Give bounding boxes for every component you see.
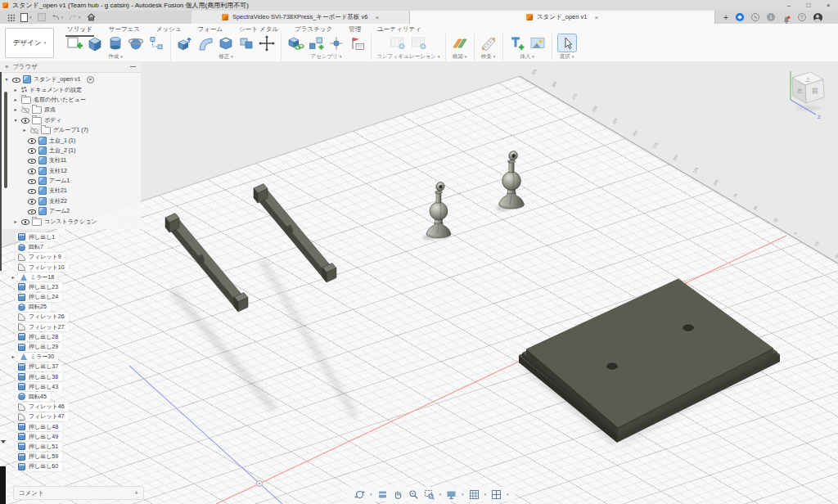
eye-icon[interactable] (28, 197, 36, 205)
comments-bar[interactable]: コメント + (13, 486, 144, 500)
user-avatar[interactable] (813, 13, 822, 22)
feature-row[interactable]: 押し出し49 (0, 432, 141, 442)
tree-item-body[interactable]: 土台_1 (1) (0, 135, 141, 145)
tree-item-body[interactable]: アーム2 (0, 206, 141, 216)
extension-icon[interactable] (736, 13, 744, 21)
minimize-panel-icon[interactable] (130, 66, 136, 68)
eye-icon[interactable] (21, 116, 29, 124)
feature-row[interactable]: 押し出し48 (0, 421, 141, 431)
feature-row[interactable]: フィレット9 (0, 252, 141, 262)
measure-icon[interactable] (480, 34, 498, 52)
notification-count-badge[interactable]: 1 (767, 13, 775, 21)
pan-icon[interactable] (393, 489, 403, 500)
job-status-icon[interactable] (751, 13, 759, 21)
feature-row[interactable]: 回転25 (0, 302, 141, 312)
chevron-down-icon[interactable]: ▾ (439, 493, 442, 497)
undo-button[interactable]: ▾ (52, 14, 64, 21)
insert-image-icon[interactable] (529, 34, 547, 52)
feature-row[interactable]: 押し出し29 (0, 342, 141, 352)
eye-off-icon[interactable] (30, 127, 38, 134)
view-cube[interactable]: Z 上 前 左 (791, 71, 824, 119)
create-sketch-icon[interactable] (65, 34, 83, 52)
combine-icon[interactable] (237, 34, 255, 52)
workspace-selector[interactable]: デザイン ▾ (5, 28, 54, 58)
eye-icon[interactable] (12, 76, 20, 83)
chevron-down-icon[interactable]: ▾ (462, 493, 464, 497)
file-menu-button[interactable]: ▾ (20, 13, 32, 22)
new-tab-button[interactable]: + (723, 13, 728, 22)
close-tab-icon[interactable]: × (594, 14, 598, 21)
body-post-1[interactable] (426, 181, 451, 238)
eye-icon[interactable] (28, 208, 36, 215)
eye-icon[interactable] (28, 146, 36, 154)
minimize-button[interactable]: – (779, 2, 799, 9)
tree-item-body[interactable]: 土台_2 (1) (0, 146, 141, 155)
zoom-icon[interactable] (408, 489, 419, 500)
feature-row[interactable]: 押し出し43 (0, 382, 141, 392)
feature-row[interactable]: 押し出し59 (0, 452, 141, 461)
feature-row[interactable]: 押し出し51 (0, 442, 141, 452)
feature-row[interactable]: ▸ミラー30 (0, 352, 141, 362)
look-at-icon[interactable] (377, 489, 388, 500)
configuration-insert-icon[interactable] (409, 34, 427, 52)
tree-item-construction[interactable]: ▸ コンストラクション (0, 216, 141, 226)
chevron-right-icon[interactable]: ▸ (10, 275, 16, 280)
eye-icon[interactable] (28, 167, 36, 174)
feature-row[interactable]: フィレット47 (0, 412, 141, 421)
extrude-icon[interactable] (86, 34, 104, 52)
home-icon[interactable] (87, 13, 96, 21)
eye-icon[interactable] (28, 157, 36, 164)
save-button[interactable] (38, 13, 46, 21)
chevron-right-icon[interactable]: ▸ (21, 128, 28, 133)
tree-item-group1[interactable]: ▸ グループ1 (7) (0, 125, 141, 135)
press-pull-icon[interactable] (176, 34, 194, 52)
insert-text-icon[interactable] (508, 34, 526, 52)
group-label-select[interactable]: 選択▾ (560, 53, 574, 61)
maximize-button[interactable]: □ (799, 2, 818, 9)
activate-component-icon[interactable] (87, 76, 94, 83)
orbit-icon[interactable] (354, 489, 365, 500)
tree-item-origin[interactable]: ▸ 原点 (0, 105, 141, 115)
feature-row[interactable]: 押し出し23 (0, 282, 141, 292)
joint-icon[interactable] (307, 34, 325, 52)
eye-icon[interactable] (28, 178, 36, 185)
collapse-icon[interactable]: « (5, 63, 8, 70)
tree-item-named-views[interactable]: ▸ 名前の付いたビュー (0, 95, 141, 105)
tree-item-body[interactable]: 支柱11 (0, 155, 141, 165)
document-tab-active[interactable]: スタンド_open v1 × (410, 11, 715, 24)
select-icon[interactable] (557, 34, 577, 52)
new-component-icon[interactable] (286, 34, 304, 52)
feature-row[interactable]: フィレット27 (0, 322, 141, 332)
tree-item-body[interactable]: 支柱21 (0, 186, 141, 196)
tree-item-bodies[interactable]: ▾ ボディ (0, 115, 141, 125)
grid-icon[interactable] (469, 489, 480, 500)
chevron-right-icon[interactable]: ▸ (12, 219, 19, 224)
construct-plane-icon[interactable] (451, 34, 469, 52)
group-label-assemble[interactable]: アセンブリ▾ (311, 53, 342, 61)
timeline-collapse-icon[interactable] (1, 440, 6, 443)
add-comment-button[interactable]: + (135, 489, 138, 497)
revolve-icon[interactable] (106, 34, 124, 52)
feature-row[interactable]: フィレット46 (0, 402, 141, 412)
chevron-down-icon[interactable]: ▾ (12, 118, 19, 123)
pipe-icon[interactable] (147, 34, 165, 52)
tree-item-document-settings[interactable]: ▸ ドキュメントの設定 (0, 84, 141, 94)
feature-row[interactable]: 押し出し38 (0, 371, 141, 381)
body-post-2[interactable] (499, 150, 525, 209)
configuration-table-icon[interactable] (389, 34, 407, 52)
document-tab-inactive[interactable]: SpectraVideo SVI-738XPress_キーボード基板 v6 × (191, 11, 410, 24)
help-icon[interactable]: ? (798, 13, 806, 21)
feature-row[interactable]: 押し出し1 (0, 232, 141, 242)
display-settings-icon[interactable] (446, 489, 457, 500)
viewports-icon[interactable] (491, 489, 502, 500)
eye-off-icon[interactable] (21, 106, 29, 114)
feature-row[interactable]: 押し出し60 (0, 461, 141, 471)
app-grid-icon[interactable] (7, 14, 15, 21)
close-button[interactable]: × (818, 2, 838, 9)
group-label-modify[interactable]: 修正▾ (219, 53, 233, 61)
group-label-inspect[interactable]: 検査▾ (481, 53, 496, 61)
fillet-icon[interactable] (196, 34, 214, 52)
chevron-right-icon[interactable]: ▸ (12, 97, 19, 102)
joint-origin-icon[interactable] (327, 34, 345, 52)
chevron-right-icon[interactable]: ▸ (12, 107, 19, 112)
